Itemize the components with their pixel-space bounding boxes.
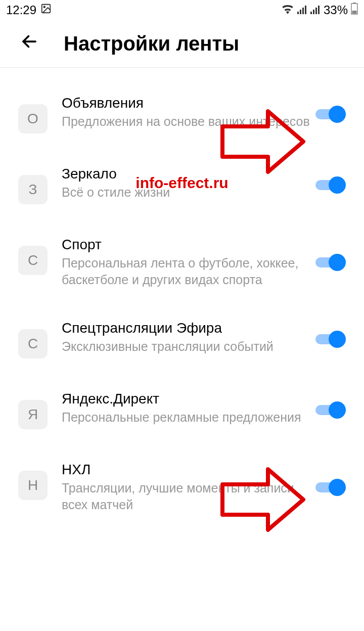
item-subtitle: Эксклюзивные трансляции событий [62,338,310,355]
annotation-arrow-icon [217,106,308,179]
feed-item-nhl: Н НХЛ Трансляции, лучшие моменты и запис… [0,455,364,520]
watermark: info-effect.ru [135,174,228,192]
svg-rect-12 [352,11,357,14]
feed-list: О Объявления Предложения на основе ваших… [0,68,364,520]
avatar: О [18,104,48,133]
svg-rect-8 [315,8,317,14]
item-title: Спецтрансляции Эфира [62,320,310,336]
image-icon [40,3,52,17]
status-left: 12:29 [6,3,52,17]
toggle-nhl[interactable] [315,478,346,497]
wifi-icon [281,3,294,17]
status-right: 33% [281,3,358,18]
signal-icon-1 [297,3,307,17]
back-button[interactable] [20,32,38,55]
annotation-arrow-icon [217,464,308,537]
avatar: З [18,175,48,204]
status-bar: 12:29 33% [0,0,364,20]
avatar: Н [18,471,48,500]
page-title: Настройки ленты [64,32,239,55]
avatar: С [18,329,48,358]
toggle-sport[interactable] [315,253,346,272]
status-time: 12:29 [6,3,36,17]
svg-rect-4 [302,8,304,14]
item-subtitle: Персональные рекламные предложения [62,409,310,426]
toggle-zerkalo[interactable] [315,176,346,194]
item-subtitle: Персональная лента о футболе, хоккее, ба… [62,255,310,288]
header: Настройки ленты [0,20,364,68]
feed-item-ads: О Объявления Предложения на основе ваших… [0,88,364,141]
battery-icon [351,3,358,18]
svg-rect-7 [313,10,314,14]
item-title: Спорт [62,237,310,253]
toggle-direct[interactable] [315,401,346,419]
battery-percent: 33% [324,3,348,17]
svg-rect-9 [318,6,320,14]
item-text: Спорт Персональная лента о футболе, хокк… [62,237,346,288]
item-text: Яндекс.Директ Персональные рекламные пре… [62,391,346,426]
feed-item-direct: Я Яндекс.Директ Персональные рекламные п… [0,384,364,436]
feed-item-sport: С Спорт Персональная лента о футболе, хо… [0,230,364,295]
avatar: С [18,246,48,275]
item-title: Яндекс.Директ [62,391,310,407]
signal-icon-2 [310,3,321,17]
toggle-special[interactable] [315,330,346,348]
avatar: Я [18,400,48,429]
item-text: Спецтрансляции Эфира Эксклюзивные трансл… [62,320,346,355]
feed-item-special: С Спецтрансляции Эфира Эксклюзивные тран… [0,313,364,366]
svg-rect-3 [300,10,301,14]
svg-point-1 [43,6,45,8]
toggle-ads[interactable] [315,105,346,123]
svg-rect-2 [297,12,299,14]
svg-rect-6 [310,12,312,14]
svg-rect-5 [305,6,306,14]
